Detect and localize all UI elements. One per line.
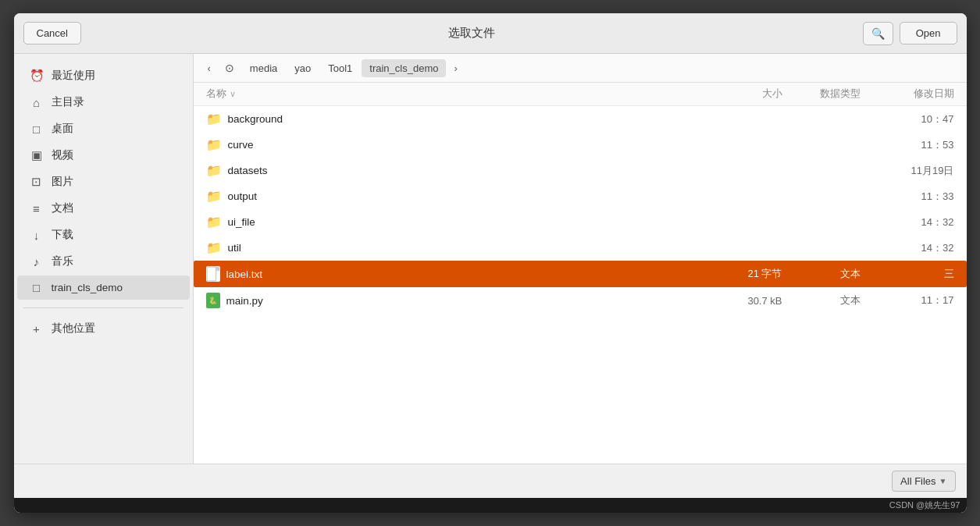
sidebar-item-docs[interactable]: ≡ 文档	[17, 196, 190, 221]
table-row[interactable]: label.txt 21 字节 文本 三	[194, 261, 967, 287]
folder-icon: 📁	[206, 112, 222, 126]
sidebar-label-home: 主目录	[52, 95, 84, 109]
file-name: main.py	[226, 295, 263, 307]
column-size: 大小	[704, 87, 782, 101]
sidebar-label-other: 其他位置	[52, 322, 95, 336]
file-list-header: 名称 ∨ 大小 数据类型 修改日期	[194, 83, 967, 106]
sidebar-icon-music: ♪	[30, 255, 44, 268]
breadcrumb-forward[interactable]: ›	[447, 59, 463, 77]
file-name: output	[228, 190, 258, 202]
file-dialog: Cancel 选取文件 🔍 Open ⏰ 最近使用 ⌂ 主目录 □ 桌面 ▣ 视…	[14, 13, 967, 513]
chevron-down-icon: ▼	[939, 477, 947, 485]
table-row[interactable]: 📁 util 14：32	[194, 235, 967, 261]
file-type: 文本	[782, 293, 861, 307]
dialog-title: 选取文件	[81, 26, 863, 41]
table-row[interactable]: 📁 background 10：47	[194, 106, 967, 132]
dialog-header: Cancel 选取文件 🔍 Open	[14, 13, 967, 54]
cancel-button[interactable]: Cancel	[23, 22, 81, 44]
file-name-cell: 📁 output	[206, 189, 704, 204]
sidebar-item-other[interactable]: + 其他位置	[17, 316, 190, 341]
folder-icon: 📁	[206, 163, 222, 178]
table-row[interactable]: 📁 output 11：33	[194, 183, 967, 209]
search-button[interactable]: 🔍	[863, 22, 893, 45]
file-date: 三	[861, 267, 954, 281]
file-size: 21 字节	[704, 267, 782, 281]
sidebar-icon-docs: ≡	[30, 202, 44, 215]
file-date: 11：17	[861, 293, 954, 307]
breadcrumb-crumb-0[interactable]: media	[242, 59, 285, 77]
file-name-cell: 📁 datasets	[206, 163, 704, 178]
file-date: 14：32	[861, 241, 954, 255]
sidebar: ⏰ 最近使用 ⌂ 主目录 □ 桌面 ▣ 视频 ⊡ 图片 ≡ 文档 ↓ 下载 ♪ …	[14, 54, 194, 464]
file-type: 文本	[782, 267, 861, 281]
sidebar-item-pictures[interactable]: ⊡ 图片	[17, 169, 190, 194]
file-name-cell: label.txt	[206, 266, 704, 282]
breadcrumb-crumb-3[interactable]: train_cls_demo	[362, 59, 446, 77]
sidebar-label-downloads: 下载	[52, 228, 73, 242]
breadcrumb-back[interactable]: ‹	[201, 59, 217, 77]
sidebar-icon-desktop: □	[30, 123, 44, 136]
breadcrumb-crumb-1[interactable]: yao	[287, 59, 319, 77]
sidebar-icon-recent: ⏰	[30, 69, 44, 83]
sidebar-label-train: train_cls_demo	[52, 282, 123, 293]
filter-label: All Files	[900, 475, 936, 487]
main-panel: ‹ ⊙ mediayaoTool1train_cls_demo› 名称 ∨ 大小…	[194, 54, 967, 464]
file-filter-dropdown[interactable]: All Files ▼	[892, 471, 955, 492]
file-size: 30.7 kB	[704, 295, 782, 307]
sidebar-icon-video: ▣	[30, 148, 44, 162]
svg-rect-1	[216, 267, 219, 270]
file-name: label.txt	[226, 268, 263, 280]
file-name-cell: 📁 util	[206, 240, 704, 255]
file-name: util	[228, 242, 241, 254]
folder-icon: 📁	[206, 137, 222, 152]
sidebar-divider	[23, 307, 184, 308]
table-row[interactable]: 📁 ui_file 14：32	[194, 209, 967, 235]
file-name: background	[228, 113, 283, 125]
sidebar-item-recent[interactable]: ⏰ 最近使用	[17, 63, 190, 88]
footer: All Files ▼	[14, 464, 967, 498]
sidebar-item-home[interactable]: ⌂ 主目录	[17, 90, 190, 115]
sidebar-item-video[interactable]: ▣ 视频	[17, 143, 190, 168]
sidebar-icon-downloads: ↓	[30, 229, 44, 242]
open-button[interactable]: Open	[900, 22, 957, 44]
py-file-icon: 🐍	[206, 293, 220, 308]
sidebar-item-desktop[interactable]: □ 桌面	[17, 116, 190, 141]
sidebar-label-docs: 文档	[52, 201, 73, 215]
watermark: CSDN @姚先生97	[14, 498, 967, 513]
file-name-cell: 📁 background	[206, 112, 704, 126]
txt-file-icon	[206, 266, 220, 282]
header-left: Cancel	[23, 22, 81, 44]
header-right: 🔍 Open	[863, 22, 957, 45]
sidebar-item-downloads[interactable]: ↓ 下载	[17, 222, 190, 247]
dialog-body: ⏰ 最近使用 ⌂ 主目录 □ 桌面 ▣ 视频 ⊡ 图片 ≡ 文档 ↓ 下载 ♪ …	[14, 54, 967, 464]
file-list: 📁 background 10：47 📁 curve 11：53 📁 datas…	[194, 106, 967, 464]
file-name-cell: 📁 ui_file	[206, 215, 704, 229]
file-name-cell: 🐍 main.py	[206, 293, 704, 308]
sidebar-label-pictures: 图片	[52, 175, 73, 189]
sidebar-item-train[interactable]: □ train_cls_demo	[17, 275, 190, 300]
sidebar-icon-home: ⌂	[30, 96, 44, 109]
sidebar-icon-pictures: ⊡	[30, 175, 44, 189]
folder-icon: 📁	[206, 189, 222, 204]
file-date: 11：53	[861, 138, 954, 152]
folder-icon: 📁	[206, 215, 222, 229]
file-name: ui_file	[228, 216, 255, 228]
file-date: 14：32	[861, 215, 954, 229]
file-date: 10：47	[861, 112, 954, 126]
table-row[interactable]: 🐍 main.py 30.7 kB 文本 11：17	[194, 287, 967, 314]
sidebar-icon-other: +	[30, 322, 44, 336]
sidebar-label-desktop: 桌面	[52, 122, 73, 136]
table-row[interactable]: 📁 curve 11：53	[194, 132, 967, 158]
table-row[interactable]: 📁 datasets 11月19日	[194, 158, 967, 183]
column-name: 名称 ∨	[206, 87, 704, 101]
column-date: 修改日期	[861, 87, 954, 101]
breadcrumb-crumb-2[interactable]: Tool1	[320, 59, 360, 77]
sidebar-item-music[interactable]: ♪ 音乐	[17, 249, 190, 274]
file-name: datasets	[228, 165, 268, 176]
sidebar-label-video: 视频	[52, 148, 73, 162]
breadcrumb: ‹ ⊙ mediayaoTool1train_cls_demo›	[194, 54, 967, 83]
sidebar-label-recent: 最近使用	[52, 69, 95, 83]
sidebar-label-music: 音乐	[52, 254, 73, 268]
breadcrumb-location-icon[interactable]: ⊙	[219, 59, 241, 77]
file-date: 11：33	[861, 190, 954, 204]
